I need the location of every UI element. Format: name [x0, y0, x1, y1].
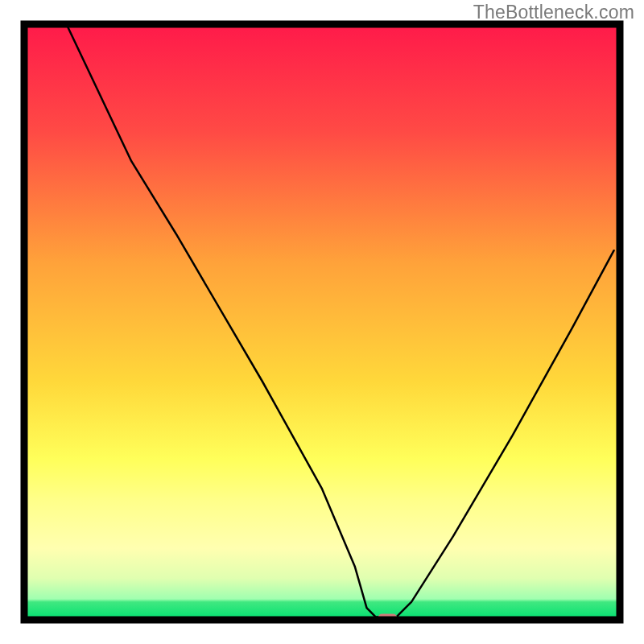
- bottleneck-chart: [0, 0, 644, 644]
- watermark-text: TheBottleneck.com: [473, 2, 634, 23]
- chart-background: [24, 24, 620, 620]
